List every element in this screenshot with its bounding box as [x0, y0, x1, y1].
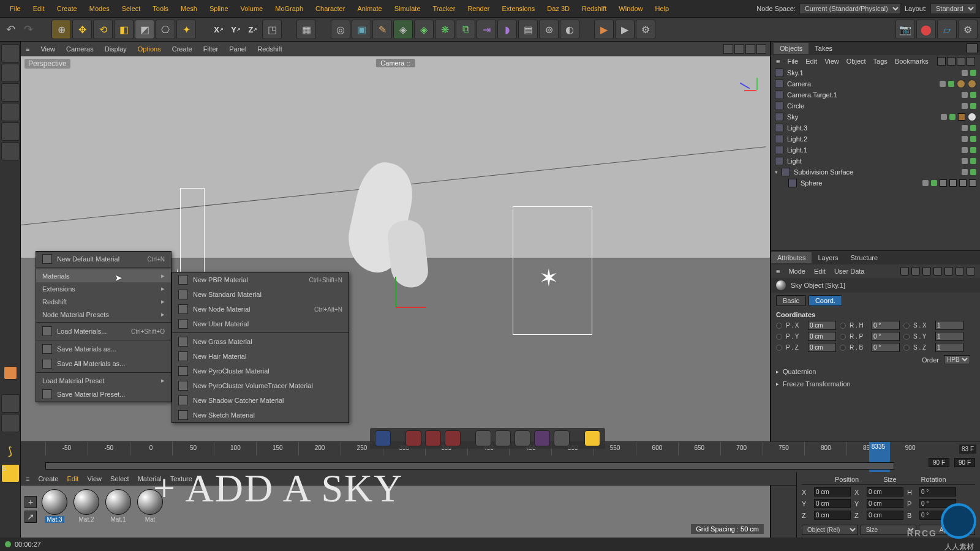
tool-move[interactable]: ⊕	[51, 20, 71, 39]
objtab-icon-1[interactable]	[967, 43, 978, 53]
vp-icon-1[interactable]	[723, 44, 733, 54]
redo-icon[interactable]: ↷	[20, 23, 37, 36]
key-param-icon[interactable]	[534, 430, 550, 446]
layout-select[interactable]: Standard	[930, 3, 976, 14]
size-input[interactable]	[867, 487, 903, 497]
menu-item[interactable]: Extensions▸	[36, 282, 171, 295]
lt-8[interactable]	[1, 414, 20, 432]
nodespace-select[interactable]: Current (Standard/Physical)	[799, 3, 901, 14]
lt-7[interactable]	[1, 394, 20, 413]
menu-edit[interactable]: Edit	[27, 3, 51, 14]
coord-input[interactable]	[935, 332, 963, 341]
menu-create[interactable]: Create	[51, 3, 83, 14]
objmenu-view[interactable]: View	[824, 58, 839, 65]
attr-prev-icon[interactable]	[900, 267, 909, 276]
tab-objects[interactable]: Objects	[774, 43, 809, 54]
lt-5[interactable]	[1, 122, 20, 141]
tool-instance[interactable]: ⧉	[456, 20, 475, 39]
viewmenu-filter[interactable]: Filter	[203, 45, 218, 53]
tree-node[interactable]: Light.3	[771, 122, 980, 133]
fold-quaternion[interactable]: ▸Quaternion	[771, 365, 980, 378]
lt-1[interactable]	[1, 44, 20, 62]
objmenu-file[interactable]: File	[787, 58, 798, 65]
attr-edit[interactable]: Edit	[814, 268, 826, 275]
hamburger-icon[interactable]: ≡	[776, 58, 780, 65]
viewmenu-panel[interactable]: Panel	[229, 45, 246, 53]
matmenu-material[interactable]: Material	[138, 475, 162, 482]
menu-help[interactable]: Help	[649, 3, 675, 14]
menu-item[interactable]: New Node MaterialCtrl+Alt+N	[172, 302, 349, 317]
tool-locked[interactable]: ⎔	[156, 20, 175, 39]
tool-scale[interactable]: ◧	[114, 20, 134, 39]
obj-tool-gear[interactable]: ⚙	[958, 20, 978, 39]
menu-item[interactable]: New PBR MaterialCtrl+Shift+N	[172, 272, 349, 287]
viewmenu-cameras[interactable]: Cameras	[66, 45, 94, 53]
menu-modes[interactable]: Modes	[83, 3, 116, 14]
attr-mode[interactable]: Mode	[788, 268, 805, 275]
lt-6[interactable]	[1, 142, 20, 160]
lt-3[interactable]	[1, 83, 20, 102]
tab-layers[interactable]: Layers	[812, 252, 844, 263]
pos-input[interactable]	[814, 487, 851, 497]
tool-grid[interactable]: ▦	[296, 20, 316, 39]
material-thumb[interactable]: Mat.1	[104, 489, 132, 523]
menu-select[interactable]: Select	[116, 3, 147, 14]
viewmenu-display[interactable]: Display	[105, 45, 127, 53]
attr-icon-6[interactable]	[956, 267, 964, 276]
tool-camera[interactable]: ⊚	[539, 20, 559, 39]
tool-render2[interactable]: ▶	[615, 20, 635, 39]
menu-spline[interactable]: Spline	[203, 3, 235, 14]
attr-userdata[interactable]: User Data	[834, 268, 865, 275]
objmenu-icon-3[interactable]	[957, 57, 965, 66]
viewmenu-options[interactable]: Options	[138, 45, 161, 53]
tab-structure[interactable]: Structure	[845, 252, 884, 263]
hamburger-icon[interactable]: ≡	[26, 475, 29, 482]
vp-icon-2[interactable]	[734, 44, 744, 54]
menu-simulate[interactable]: Simulate	[388, 3, 427, 14]
undo-icon[interactable]: ↶	[2, 23, 19, 36]
autokey-icon[interactable]	[425, 430, 441, 446]
obj-tool-play[interactable]: ▱	[937, 20, 957, 39]
menu-redshift[interactable]: Redshift	[576, 3, 612, 14]
coord-input[interactable]	[808, 343, 836, 352]
menu-file[interactable]: File	[4, 3, 27, 14]
viewmenu-redshift[interactable]: Redshift	[257, 45, 282, 53]
lt-angle[interactable]	[4, 366, 17, 380]
menu-animate[interactable]: Animate	[351, 3, 388, 14]
takes-icon[interactable]	[584, 430, 600, 446]
attr-up-icon[interactable]	[911, 267, 920, 276]
coord-input[interactable]	[935, 343, 963, 352]
menu-item[interactable]: New Grass Material	[172, 334, 349, 349]
frame-input-1[interactable]: 90 F	[929, 458, 949, 467]
matmenu-create[interactable]: Create	[38, 475, 58, 482]
add-material-button[interactable]: +	[24, 496, 37, 508]
menu-mograph[interactable]: MoGraph	[269, 3, 309, 14]
obj-tool-rec[interactable]: ⬤	[916, 20, 936, 39]
tool-cursor[interactable]: ✦	[176, 20, 196, 39]
attr-icon-7[interactable]	[967, 267, 975, 276]
menu-item[interactable]: Save All Materials as...	[36, 356, 171, 371]
viewmenu-view[interactable]: View	[40, 45, 55, 53]
transform-mode-select[interactable]: Object (Rel)	[802, 525, 858, 535]
vp-icon-3[interactable]	[745, 44, 755, 54]
attr-lock-icon[interactable]	[933, 267, 942, 276]
tree-node[interactable]: Camera.Target.1	[771, 89, 980, 100]
rot-input[interactable]	[919, 487, 956, 497]
menu-render[interactable]: Render	[461, 3, 496, 14]
record-icon[interactable]	[405, 430, 421, 446]
tree-node[interactable]: Light.2	[771, 133, 980, 144]
camera-badge[interactable]: Camera ::	[375, 59, 415, 67]
tool-null[interactable]: ◎	[331, 20, 350, 39]
menu-extensions[interactable]: Extensions	[496, 3, 541, 14]
tree-node[interactable]: Light	[771, 156, 980, 167]
object-tree[interactable]: (function(){ var D=JSON.parse(document.g…	[771, 67, 980, 251]
tool-bend[interactable]: ◗	[497, 20, 517, 39]
tab-attributes[interactable]: Attributes	[771, 252, 812, 263]
hamburger-icon[interactable]: ≡	[776, 268, 780, 275]
viewmenu-create[interactable]: Create	[172, 45, 192, 53]
menu-item[interactable]: Materials▸	[36, 269, 171, 282]
tool-coord[interactable]: ◳	[262, 20, 282, 39]
tool-particles[interactable]: ◈	[414, 20, 434, 39]
key-icon[interactable]	[445, 430, 461, 446]
objmenu-object[interactable]: Object	[846, 58, 866, 65]
